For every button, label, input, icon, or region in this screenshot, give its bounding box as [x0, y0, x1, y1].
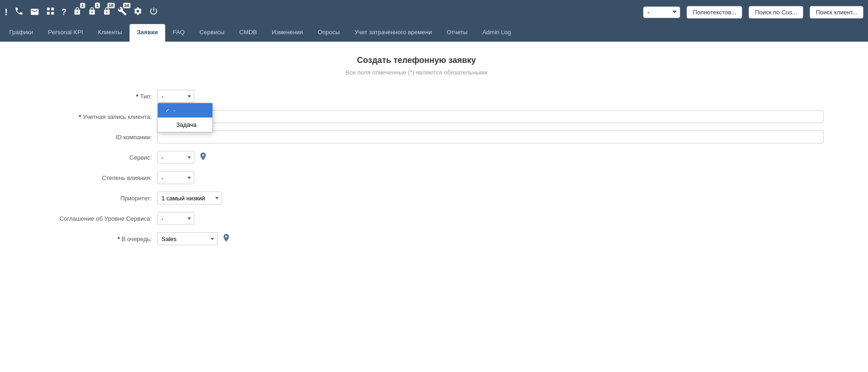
service-org-icon[interactable] [198, 152, 208, 163]
customer-account-input[interactable] [157, 110, 824, 123]
type-option-zadacha[interactable]: Задача [158, 118, 212, 132]
sla-field: - [157, 212, 824, 225]
form-title: Создать телефонную заявку [9, 56, 824, 65]
service-field: - [157, 151, 824, 164]
toolbar-dropdown[interactable]: - [643, 6, 680, 18]
exclamation-icon[interactable]: ! [5, 7, 8, 18]
tab-izmeneniya[interactable]: Изменения [264, 24, 310, 42]
type-label: * Тип: [9, 93, 157, 100]
main-content: Создать телефонную заявку Все поля отмеч… [0, 42, 833, 267]
toolbar: ! ? ★ 1 🕐 1 18 34 - Полнотекстов [0, 0, 868, 24]
tab-cmdb[interactable]: CMDB [232, 24, 264, 42]
type-dropdown-menu: ✓ - Задача [157, 103, 213, 132]
star-lock-badge: 1 [80, 3, 85, 8]
priority-row: Приоритет: 1 самый низкий 2 3 4 5 самый … [9, 192, 824, 205]
service-row: Сервис: - [9, 151, 824, 164]
company-id-row: ID компании: [9, 130, 824, 143]
tab-otchety[interactable]: Отчеты [439, 24, 475, 42]
gear-icon[interactable] [133, 6, 143, 18]
impact-select[interactable]: - [157, 171, 194, 184]
tab-klienty[interactable]: Клиенты [91, 24, 130, 42]
star-lock-icon[interactable]: ★ 1 [73, 6, 81, 18]
lock-18-icon[interactable]: 18 [103, 6, 111, 18]
grid-icon[interactable] [46, 6, 55, 18]
checkmark-icon: ✓ [165, 107, 170, 114]
lock-18-badge: 18 [107, 3, 115, 8]
customer-account-label: * Учетная запись клиента: [9, 113, 157, 120]
nav-tabs: Графики Personal KPI Клиенты Заявки FAQ … [0, 24, 868, 42]
tab-zayavki[interactable]: Заявки [130, 24, 165, 42]
wrench-badge: 34 [123, 3, 130, 8]
sla-row: Соглашение об Уровне Сервиса: - [9, 212, 824, 225]
tab-personal-kpi[interactable]: Personal KPI [41, 24, 91, 42]
customer-account-row: * Учетная запись клиента: [9, 110, 824, 123]
envelope-icon[interactable] [30, 7, 39, 18]
tab-faq[interactable]: FAQ [165, 24, 192, 42]
type-field: - ✓ - Задача [157, 90, 824, 103]
customer-search-button[interactable]: Поиск по Cus... [749, 6, 803, 19]
tab-grafiki[interactable]: Графики [2, 24, 41, 42]
impact-label: Степень влияния: [9, 174, 157, 181]
queue-row: * В очередь: Sales [9, 232, 824, 245]
power-icon[interactable] [149, 6, 158, 18]
clock-lock-icon[interactable]: 🕐 1 [88, 6, 96, 18]
type-select-trigger[interactable]: - [157, 90, 194, 103]
company-id-label: ID компании: [9, 134, 157, 141]
fulltext-search-button[interactable]: Полнотекстов... [687, 6, 742, 19]
company-id-input[interactable] [157, 130, 824, 143]
client-search-button[interactable]: Поиск клиент... [810, 6, 863, 19]
question-icon[interactable]: ? [62, 7, 67, 17]
priority-label: Приоритет: [9, 195, 157, 202]
sla-select[interactable]: - [157, 212, 194, 225]
queue-org-icon[interactable] [221, 233, 231, 245]
queue-label: * В очередь: [9, 236, 157, 242]
tab-servisы[interactable]: Сервисы [192, 24, 232, 42]
type-row: * Тип: - ✓ - Задача [9, 90, 824, 103]
service-label: Сервис: [9, 154, 157, 161]
customer-account-field [157, 110, 824, 123]
tab-admin-log[interactable]: Admin Log [475, 24, 518, 42]
clock-lock-badge: 1 [95, 3, 100, 8]
tab-oprosy[interactable]: Опросы [310, 24, 347, 42]
queue-select[interactable]: Sales [157, 232, 217, 245]
impact-field: - [157, 171, 824, 184]
service-select[interactable]: - [157, 151, 194, 164]
type-option-dash[interactable]: ✓ - [158, 103, 212, 118]
type-dropdown-container: - ✓ - Задача [157, 90, 194, 103]
impact-row: Степень влияния: - [9, 171, 824, 184]
company-id-field [157, 130, 824, 143]
tab-uchet[interactable]: Учет затраченного времени [347, 24, 439, 42]
phone-icon[interactable] [14, 6, 24, 18]
queue-field: Sales [157, 232, 824, 245]
wrench-icon[interactable]: 34 [118, 6, 127, 18]
priority-select[interactable]: 1 самый низкий 2 3 4 5 самый высокий [157, 192, 222, 205]
form-subtitle: Все поля отмеченные (*) являются обязате… [9, 69, 824, 76]
priority-field: 1 самый низкий 2 3 4 5 самый высокий [157, 192, 824, 205]
sla-label: Соглашение об Уровне Сервиса: [9, 215, 157, 222]
